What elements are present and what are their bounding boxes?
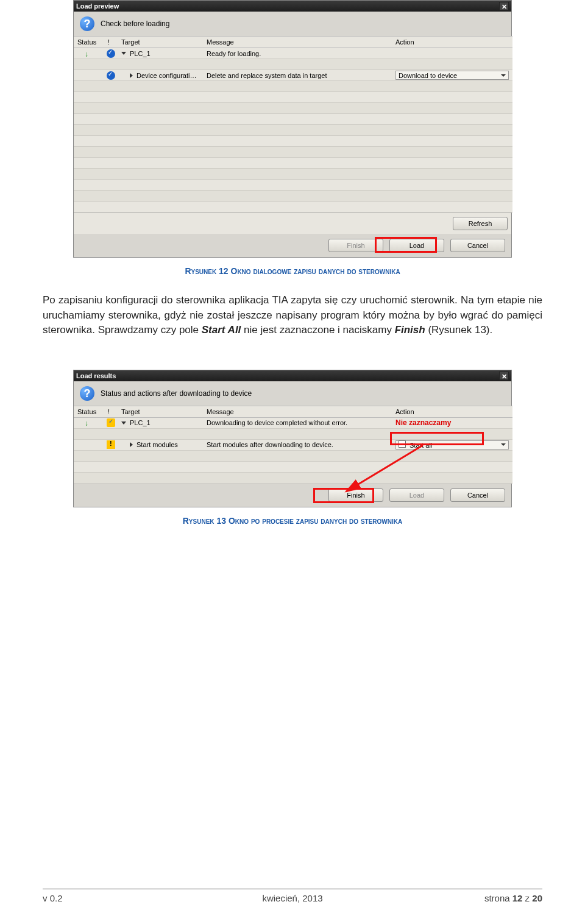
- question-icon: ?: [80, 16, 94, 31]
- col-message: Message: [203, 406, 392, 418]
- dialog-titlebar: Load preview ✕: [74, 1, 511, 12]
- footer-right: strona 12 z 20: [376, 893, 542, 903]
- action-dropdown[interactable]: Download to device: [395, 71, 509, 80]
- footer-left: v 0.2: [43, 893, 209, 903]
- chevron-right-icon[interactable]: [130, 73, 133, 78]
- table-row-message: Downloading to device completed without …: [203, 418, 392, 429]
- check-icon: [104, 70, 118, 81]
- table-row-target: Device configurati…: [118, 70, 203, 81]
- col-bang: !: [104, 36, 118, 48]
- dialog-title: Load results: [76, 372, 116, 379]
- finish-button[interactable]: Finish: [328, 488, 383, 502]
- footer-center: kwiecień, 2013: [209, 893, 375, 903]
- figure-12-caption: Rysunek 12 Okno dialogowe zapisu danych …: [43, 266, 542, 276]
- checkbox-icon[interactable]: [399, 440, 406, 448]
- chevron-down-icon[interactable]: [121, 421, 126, 425]
- table-row-message: Delete and replace system data in target: [203, 70, 392, 81]
- dialog-table: Status ! Target Message Action PLC_1 Rea…: [74, 36, 511, 213]
- status-icon: [74, 418, 104, 429]
- dialog-info-text: Status and actions after downloading to …: [101, 389, 252, 398]
- col-target: Target: [118, 406, 203, 418]
- dialog-buttons: Finish Load Cancel: [74, 234, 511, 257]
- table-row-action[interactable]: Download to device: [392, 70, 512, 81]
- dialog-buttons: Finish Load Cancel: [74, 484, 511, 507]
- warning-icon: [104, 440, 118, 451]
- chevron-right-icon[interactable]: [130, 442, 133, 447]
- col-status: Status: [74, 36, 104, 48]
- refresh-button[interactable]: Refresh: [453, 217, 508, 230]
- col-status: Status: [74, 406, 104, 418]
- nie-zaznaczamy-label: Nie zaznaczamy: [395, 418, 451, 427]
- question-icon: ?: [80, 386, 94, 401]
- page-footer: v 0.2 kwiecień, 2013 strona 12 z 20: [43, 889, 542, 903]
- load-preview-dialog: Load preview ✕ ? Check before loading St…: [73, 0, 512, 258]
- body-paragraph: Po zapisaniu konfiguracji do sterownika …: [43, 293, 542, 338]
- chevron-down-icon: [501, 74, 506, 77]
- chevron-down-icon[interactable]: [121, 52, 126, 55]
- refresh-row: Refresh: [74, 213, 511, 234]
- table-row-message: Ready for loading.: [203, 48, 392, 59]
- dialog-info-text: Check before loading: [101, 19, 169, 28]
- col-action: Action: [392, 36, 512, 48]
- cancel-button[interactable]: Cancel: [450, 488, 505, 502]
- dialog-table: Status ! Target Message Action PLC_1 Dow…: [74, 406, 511, 484]
- load-results-dialog: Load results ✕ ? Status and actions afte…: [73, 370, 512, 507]
- col-target: Target: [118, 36, 203, 48]
- status-icon: [74, 70, 104, 81]
- start-all-checkbox[interactable]: Start all: [395, 440, 509, 450]
- table-row-target: Start modules: [118, 440, 203, 451]
- close-icon[interactable]: ✕: [499, 372, 509, 380]
- dialog-titlebar: Load results ✕: [74, 370, 511, 381]
- col-action: Action: [392, 406, 512, 418]
- dialog-info-row: ? Check before loading: [74, 12, 511, 36]
- table-row-target: PLC_1: [118, 418, 203, 429]
- cancel-button[interactable]: Cancel: [450, 239, 505, 252]
- close-icon[interactable]: ✕: [499, 2, 509, 10]
- table-row-action-label: Nie zaznaczamy: [392, 418, 512, 429]
- table-row-message: Start modules after downloading to devic…: [203, 440, 392, 451]
- table-row-action[interactable]: [392, 48, 512, 59]
- table-row-action[interactable]: Start all: [392, 440, 512, 451]
- dialog-title: Load preview: [76, 2, 119, 10]
- col-message: Message: [203, 36, 392, 48]
- figure-12: Load preview ✕ ? Check before loading St…: [43, 0, 542, 258]
- load-button[interactable]: Load: [389, 488, 444, 502]
- check-icon: [104, 48, 118, 59]
- figure-13-caption: Rysunek 13 Okno po procesie zapisu danyc…: [43, 516, 542, 526]
- dialog-info-row: ? Status and actions after downloading t…: [74, 381, 511, 406]
- chevron-down-icon: [501, 443, 506, 446]
- shield-icon: [104, 418, 118, 429]
- col-bang: !: [104, 406, 118, 418]
- status-icon: [74, 48, 104, 59]
- table-row-target: PLC_1: [118, 48, 203, 59]
- figure-13: Load results ✕ ? Status and actions afte…: [43, 370, 542, 507]
- load-button[interactable]: Load: [389, 239, 444, 252]
- finish-button[interactable]: Finish: [328, 239, 383, 252]
